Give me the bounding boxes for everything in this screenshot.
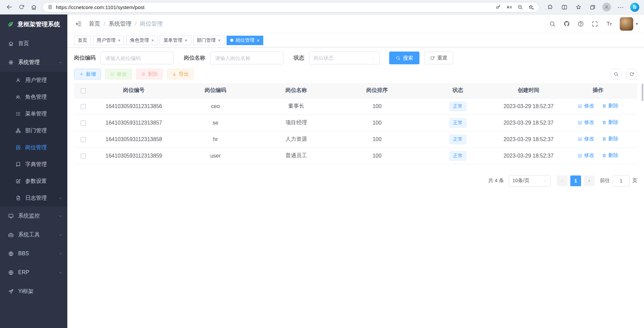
fullscreen-icon[interactable]: [588, 17, 602, 31]
bing-copilot-icon[interactable]: b: [630, 3, 639, 12]
address-url[interactable]: https://ccnetcore.com:1101/system/post: [56, 4, 495, 10]
row-checkbox[interactable]: [81, 121, 86, 126]
add-favorite-icon[interactable]: [528, 4, 534, 10]
search-button[interactable]: 搜索: [389, 52, 419, 64]
sidebar-item-yi-framework[interactable]: Yi框架: [0, 282, 67, 301]
browser-back-button[interactable]: [3, 1, 15, 13]
split-screen-icon[interactable]: [558, 1, 570, 13]
tab-role-management[interactable]: 角色管理 ×: [126, 36, 158, 45]
row-delete-link[interactable]: 删除: [602, 103, 618, 109]
github-icon[interactable]: [560, 17, 573, 31]
extensions-icon[interactable]: [544, 1, 556, 13]
user-avatar[interactable]: [620, 17, 633, 31]
sidebar-item-system-tools[interactable]: 系统工具: [0, 225, 67, 244]
browser-home-button[interactable]: [28, 1, 40, 13]
font-size-icon[interactable]: [602, 17, 616, 31]
row-delete-link[interactable]: 删除: [602, 152, 618, 159]
row-edit-link[interactable]: 修改: [578, 103, 594, 109]
refresh-table-button[interactable]: [626, 68, 637, 80]
cell-created-time: 2023-03-29 18:52:37: [498, 114, 559, 131]
sidebar-item-system-management[interactable]: 系统管理: [0, 53, 67, 72]
breadcrumb-home[interactable]: 首页: [89, 20, 100, 28]
row-checkbox[interactable]: [81, 137, 86, 142]
breadcrumb: 首页 / 系统管理 / 岗位管理: [89, 20, 163, 28]
sidebar-subitem-post-management[interactable]: 岗位管理: [0, 139, 67, 156]
browser-refresh-button[interactable]: [15, 1, 28, 13]
close-icon[interactable]: ×: [184, 38, 187, 43]
row-delete-link[interactable]: 删除: [602, 136, 618, 142]
reset-button[interactable]: 重置: [424, 52, 453, 64]
header-search-icon[interactable]: [546, 17, 559, 31]
status-badge: 正常: [449, 102, 466, 111]
status-select[interactable]: 岗位状态: [309, 52, 380, 64]
sidebar-item-system-monitor[interactable]: 系统监控: [0, 206, 67, 225]
tab-user-management[interactable]: 用户管理 ×: [93, 36, 124, 45]
row-checkbox[interactable]: [81, 104, 86, 109]
col-status: 状态: [417, 83, 498, 98]
page-info-icon[interactable]: [47, 4, 53, 10]
help-icon[interactable]: [574, 17, 587, 31]
favorites-icon[interactable]: [572, 1, 584, 13]
sidebar-item-bbs[interactable]: BBS: [0, 244, 67, 263]
sidebar-subitem-param-settings[interactable]: 参数设置: [0, 173, 67, 190]
password-key-icon[interactable]: [495, 4, 501, 10]
collections-icon[interactable]: [586, 1, 599, 13]
delete-button[interactable]: 删除: [136, 69, 163, 79]
avatar-caret-down-icon[interactable]: ▾: [636, 21, 638, 26]
post-name-label: 岗位名称: [184, 55, 205, 62]
address-bar[interactable]: https://ccnetcore.com:1101/system/post: [42, 2, 539, 12]
cell-post-sort: 100: [337, 147, 417, 164]
page-size-select[interactable]: 10条/页: [509, 175, 551, 187]
sidebar-item-erp[interactable]: ERP: [0, 263, 67, 282]
cell-post-name: 普通员工: [256, 147, 337, 164]
sidebar-subitem-menu-management[interactable]: 菜单管理: [0, 105, 67, 122]
sidebar-subitem-dept-management[interactable]: 部门管理: [0, 122, 67, 139]
paper-plane-icon: [8, 289, 14, 294]
row-edit-link[interactable]: 修改: [578, 119, 594, 126]
sidebar-subitem-role-management[interactable]: 角色管理: [0, 89, 67, 105]
post-name-input[interactable]: [210, 52, 283, 64]
tab-home[interactable]: 首页: [74, 36, 91, 45]
pagination: 共 4 条 10条/页 1 前往 页: [74, 175, 637, 187]
add-button[interactable]: 新增: [74, 69, 101, 79]
search-icon: [396, 56, 401, 61]
row-edit-link[interactable]: 修改: [578, 152, 594, 159]
next-page-button[interactable]: [584, 175, 595, 186]
row-checkbox[interactable]: [81, 154, 86, 159]
sidebar-subitem-log-management[interactable]: 日志管理: [0, 190, 67, 206]
scrollbar-thumb[interactable]: [642, 84, 643, 101]
sidebar-subitem-user-management[interactable]: 用户管理: [0, 72, 67, 89]
breadcrumb-system[interactable]: 系统管理: [109, 20, 132, 28]
page-1-button[interactable]: 1: [570, 175, 581, 186]
post-code-input[interactable]: [100, 52, 174, 64]
close-icon[interactable]: ×: [118, 38, 121, 43]
browser-profile-button[interactable]: [601, 1, 613, 13]
tab-dept-management[interactable]: 部门管理 ×: [193, 36, 225, 45]
edit-button[interactable]: 修改: [105, 69, 132, 79]
status-badge: 正常: [449, 135, 466, 144]
prev-page-button[interactable]: [557, 175, 568, 186]
export-button[interactable]: 导出: [167, 69, 194, 79]
row-delete-link[interactable]: 删除: [602, 119, 618, 126]
log-file-icon: [15, 195, 21, 201]
read-aloud-icon[interactable]: [506, 4, 512, 10]
browser-menu-button[interactable]: ⋯: [615, 1, 627, 13]
select-all-checkbox[interactable]: [81, 88, 86, 93]
tab-post-management[interactable]: 岗位管理 ×: [227, 36, 263, 45]
sidebar-item-home[interactable]: 首页: [0, 34, 67, 53]
toggle-search-button[interactable]: [610, 68, 622, 80]
goto-page-input[interactable]: [613, 175, 630, 187]
tab-menu-management[interactable]: 菜单管理 ×: [160, 36, 191, 45]
close-icon[interactable]: ×: [151, 38, 154, 43]
system-management-submenu: 用户管理 角色管理 菜单管理 部门管理 岗位管理: [0, 72, 67, 206]
monitor-icon: [8, 213, 14, 219]
gear-icon: [8, 60, 14, 65]
sidebar-subitem-dict-management[interactable]: 字典管理: [0, 156, 67, 173]
close-icon[interactable]: ×: [257, 38, 260, 43]
sidebar-collapse-icon[interactable]: [73, 18, 84, 30]
post-table: 岗位编号 岗位编码 岗位名称 岗位排序 状态 创建时间 操作 164103059…: [74, 83, 637, 164]
close-icon[interactable]: ×: [218, 38, 221, 43]
row-edit-link[interactable]: 修改: [578, 136, 594, 142]
zoom-icon[interactable]: [517, 4, 523, 10]
sidebar: 意框架管理系统 首页 系统管理 用户管理 角色管理: [0, 14, 67, 328]
